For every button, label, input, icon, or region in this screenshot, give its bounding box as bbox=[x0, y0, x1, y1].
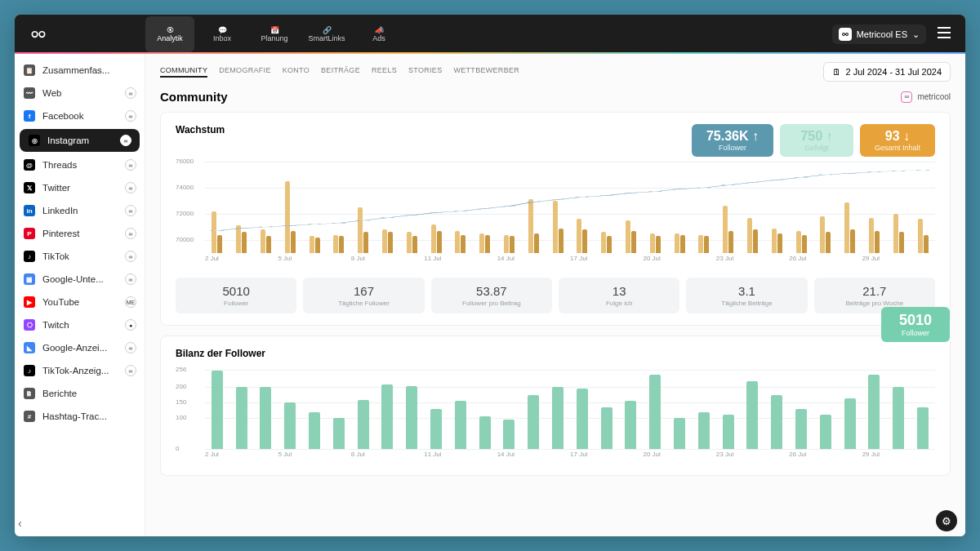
balance-chart: 01001502002562 Jul5 Jul8 Jul11 Jul14 Jul… bbox=[176, 366, 935, 464]
bar bbox=[430, 409, 442, 449]
sidebar-item-reports[interactable]: 🗎Berichte bbox=[15, 382, 145, 405]
tab-competitors[interactable]: WETTBEWERBER bbox=[453, 66, 519, 78]
sidebar-item-tiktok-ads[interactable]: ♪TikTok-Anzeig...∞ bbox=[15, 359, 145, 382]
bar bbox=[260, 387, 271, 449]
bar bbox=[869, 218, 874, 253]
sidebar-item-label: TikTok bbox=[42, 251, 118, 261]
sidebar-item-pinterest[interactable]: PPinterest∞ bbox=[15, 222, 145, 245]
sidebar-item-tiktok[interactable]: ♪TikTok∞ bbox=[15, 245, 145, 268]
sidebar-item-youtube[interactable]: ▶YouTubeME bbox=[15, 291, 145, 313]
x-tick: 5 Jul bbox=[278, 451, 350, 464]
x-tick: 17 Jul bbox=[570, 255, 643, 268]
y-tick: 100 bbox=[176, 414, 186, 421]
bar bbox=[285, 181, 290, 253]
x-tick: 8 Jul bbox=[351, 255, 424, 268]
sidebar-item-summary[interactable]: 📋Zusammenfas... bbox=[15, 59, 145, 82]
sidebar-item-threads[interactable]: @Threads∞ bbox=[15, 153, 145, 176]
sidebar-item-instagram[interactable]: ◎Instagram∞ bbox=[20, 129, 140, 152]
tab-demographics[interactable]: DEMOGRAFIE bbox=[219, 66, 271, 78]
bar bbox=[503, 420, 514, 449]
ga-icon: ◣ bbox=[23, 341, 36, 354]
nav-planning[interactable]: 📅Planung bbox=[250, 16, 299, 52]
x-tick: 11 Jul bbox=[424, 451, 497, 464]
bar bbox=[479, 416, 491, 449]
bar bbox=[772, 229, 777, 253]
bar bbox=[363, 232, 368, 253]
x-tick: 17 Jul bbox=[570, 451, 643, 464]
doc-icon: 🗎 bbox=[23, 387, 36, 400]
bar bbox=[333, 235, 338, 253]
sidebar-item-google-ads[interactable]: ◣Google-Anzei...∞ bbox=[15, 336, 145, 359]
bar bbox=[649, 375, 661, 449]
bar bbox=[431, 224, 436, 253]
sidebar-item-facebook[interactable]: fFacebook∞ bbox=[15, 104, 145, 127]
th-icon: @ bbox=[23, 158, 36, 171]
bar bbox=[479, 233, 484, 253]
bar bbox=[826, 232, 831, 253]
gb-icon: ▦ bbox=[23, 273, 36, 286]
kpi-pill[interactable]: 750 ↑Gefolgt bbox=[780, 124, 853, 157]
x-tick: 29 Jul bbox=[862, 255, 935, 268]
li-icon: in bbox=[23, 204, 36, 217]
bar bbox=[601, 407, 612, 449]
bar bbox=[626, 220, 630, 253]
nav-smartlinks[interactable]: 🔗SmartLinks bbox=[302, 16, 351, 52]
sidebar-collapse-icon[interactable]: ‹ bbox=[18, 517, 22, 530]
bar bbox=[723, 206, 728, 253]
sidebar-item-google-biz[interactable]: ▦Google-Unte...∞ bbox=[15, 268, 145, 291]
y-tick: 72000 bbox=[176, 210, 194, 217]
workspace-switcher[interactable]: Metricool ES ⌄ bbox=[832, 24, 926, 44]
tab-posts[interactable]: BEITRÄGE bbox=[321, 66, 360, 78]
stat-tile: 167Tägliche Follower bbox=[303, 278, 424, 313]
nav-inbox[interactable]: 💬Inbox bbox=[198, 16, 247, 52]
bar bbox=[675, 233, 679, 253]
account-label: metricool bbox=[917, 92, 951, 101]
bar bbox=[802, 235, 807, 253]
balance-title: Bilanz der Follower bbox=[176, 348, 935, 359]
date-range-picker[interactable]: 🗓 2 Jul 2024 - 31 Jul 2024 bbox=[823, 62, 951, 82]
sidebar-badge: ● bbox=[125, 319, 136, 331]
tta-icon: ♪ bbox=[23, 364, 36, 377]
main-panel: COMMUNITYDEMOGRAFIEKONTOBEITRÄGEREELSSTO… bbox=[145, 54, 965, 536]
x-tick: 29 Jul bbox=[862, 451, 935, 464]
connected-account[interactable]: ∞ metricool bbox=[901, 91, 951, 103]
bar bbox=[455, 231, 460, 253]
bar bbox=[266, 236, 271, 253]
tab-account[interactable]: KONTO bbox=[283, 66, 310, 78]
sidebar-item-label: Google-Unte... bbox=[42, 274, 118, 284]
kpi-pill[interactable]: 93 ↓Gesamt Inhalt bbox=[860, 124, 935, 157]
nav-analytics[interactable]: ⦿Analytik bbox=[145, 16, 194, 52]
tab-community[interactable]: COMMUNITY bbox=[160, 66, 207, 78]
bar bbox=[455, 401, 466, 449]
bar bbox=[844, 202, 849, 253]
x-tick: 2 Jul bbox=[205, 451, 278, 464]
tab-stories[interactable]: STORIES bbox=[408, 66, 442, 78]
bar bbox=[650, 233, 655, 253]
bar bbox=[674, 418, 685, 449]
hash-icon: # bbox=[23, 410, 36, 423]
bar bbox=[607, 236, 612, 253]
bar bbox=[631, 231, 636, 253]
sidebar-item-hashtag[interactable]: #Hashtag-Trac... bbox=[15, 405, 145, 428]
bar bbox=[242, 232, 247, 253]
workspace-icon bbox=[839, 28, 852, 41]
svg-point-1 bbox=[39, 32, 45, 38]
kpi-pill[interactable]: 75.36K ↑Follower bbox=[692, 124, 773, 157]
tab-reels[interactable]: REELS bbox=[372, 66, 397, 78]
planning-icon: 📅 bbox=[270, 26, 279, 34]
bar bbox=[528, 395, 539, 449]
nav-ads[interactable]: 📣Ads bbox=[354, 16, 403, 52]
sidebar-item-web[interactable]: 〰Web∞ bbox=[15, 82, 145, 104]
settings-fab[interactable]: ⚙ bbox=[936, 510, 957, 531]
sidebar-item-linkedin[interactable]: inLinkedIn∞ bbox=[15, 199, 145, 222]
bar bbox=[212, 371, 223, 449]
bar bbox=[309, 412, 320, 449]
menu-icon[interactable] bbox=[938, 27, 951, 42]
sidebar-item-twitter[interactable]: 𝕏Twitter∞ bbox=[15, 176, 145, 199]
sidebar-item-twitch[interactable]: ⎔Twitch● bbox=[15, 313, 145, 336]
x-tick: 26 Jul bbox=[789, 255, 862, 268]
x-icon: 𝕏 bbox=[23, 181, 36, 194]
sidebar: ‹ 📋Zusammenfas...〰Web∞fFacebook∞◎Instagr… bbox=[15, 54, 145, 536]
balance-pill-label: Follower bbox=[899, 329, 932, 337]
bar bbox=[461, 235, 466, 253]
